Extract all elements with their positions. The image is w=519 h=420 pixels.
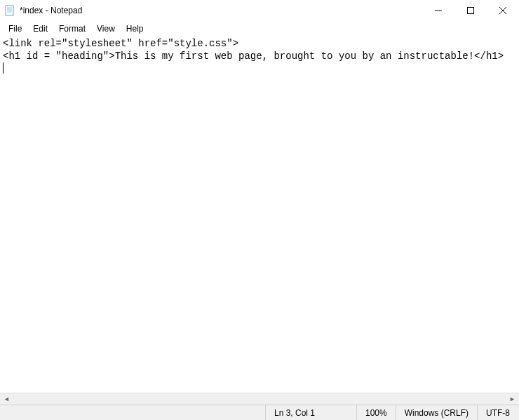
svg-rect-6: [468, 8, 474, 14]
notepad-icon: [4, 5, 15, 16]
maximize-button[interactable]: [454, 0, 487, 21]
titlebar: *index - Notepad: [0, 0, 519, 21]
status-line-ending: Windows (CRLF): [396, 405, 477, 420]
menu-view[interactable]: View: [91, 22, 121, 35]
menu-help[interactable]: Help: [121, 22, 149, 35]
window-controls: [422, 0, 519, 21]
horizontal-scrollbar[interactable]: ◄ ►: [0, 393, 519, 405]
menu-file[interactable]: File: [3, 22, 27, 35]
window-title: *index - Notepad: [20, 6, 422, 15]
scroll-right-icon[interactable]: ►: [507, 394, 518, 405]
text-editor[interactable]: <link rel="stylesheet" href="style.css">…: [0, 36, 519, 393]
menu-edit[interactable]: Edit: [27, 22, 53, 35]
editor-line: <h1 id = "heading">This is my first web …: [3, 50, 504, 62]
scroll-left-icon[interactable]: ◄: [1, 394, 12, 405]
statusbar: Ln 3, Col 1 100% Windows (CRLF) UTF-8: [0, 405, 519, 420]
minimize-button[interactable]: [422, 0, 454, 21]
menubar: File Edit Format View Help: [0, 21, 519, 36]
menu-format[interactable]: Format: [53, 22, 91, 35]
status-position: Ln 3, Col 1: [265, 405, 356, 420]
editor-line: <link rel="stylesheet" href="style.css">: [3, 38, 238, 49]
status-encoding: UTF-8: [477, 405, 519, 420]
text-caret: [3, 62, 4, 74]
close-button[interactable]: [487, 0, 519, 21]
status-zoom: 100%: [356, 405, 396, 420]
